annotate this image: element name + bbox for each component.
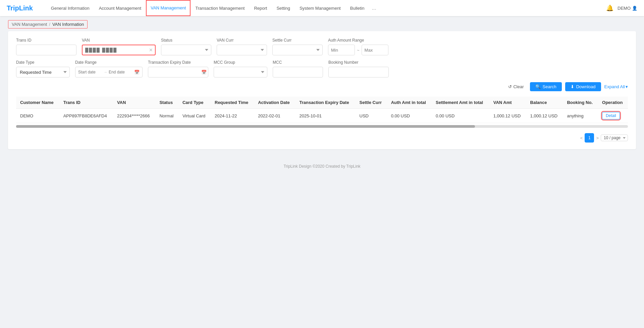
nav-van-management[interactable]: VAN Management (146, 0, 191, 16)
settle-curr-select[interactable] (272, 45, 323, 55)
cell-requested-time: 2024-11-22 (211, 109, 254, 123)
notification-bell-icon[interactable]: 🔔 (606, 4, 613, 12)
page-size-select[interactable]: 10 / page 20 / page 50 / page (601, 134, 628, 141)
nav-more[interactable]: ... (369, 5, 379, 11)
main-content: Trans ID VAN ✕ Status VAN Curr (0, 31, 644, 157)
nav-system-management[interactable]: System Management (295, 0, 345, 16)
trans-id-input[interactable] (16, 45, 76, 55)
txn-expiry-wrapper: 📅 (148, 67, 208, 77)
auth-max-input[interactable] (362, 45, 388, 55)
footer-text: TripLink Design ©2020 Created by TripLin… (283, 164, 360, 169)
txn-calendar-icon[interactable]: 📅 (201, 70, 207, 75)
status-select[interactable] (161, 45, 211, 55)
clear-icon: ↺ (508, 84, 512, 89)
cell-auth-amt: 0.00 USD (387, 109, 432, 123)
date-range-label: Date Range (75, 60, 143, 65)
pagination-next-button[interactable]: > (596, 135, 599, 141)
filter-group-mcc: MCC (273, 60, 323, 77)
filter-group-txn-expiry: Transaction Expiry Date 📅 (148, 60, 208, 77)
breadcrumb-inner: VAN Management / VAN Information (8, 20, 88, 29)
cell-trans-id: APP897FB8DE6AFD4 (59, 109, 113, 123)
table-wrapper: Customer Name Trans ID VAN Status Card T… (16, 97, 628, 123)
col-status: Status (155, 97, 178, 109)
cell-operation: Detail (598, 109, 628, 123)
table-header-row: Customer Name Trans ID VAN Status Card T… (16, 97, 628, 109)
col-customer-name: Customer Name (16, 97, 59, 109)
user-avatar-icon: 👤 (632, 6, 637, 11)
nav-account-management[interactable]: Account Management (94, 0, 146, 16)
filter-group-date-type: Date Type Requested Time (16, 60, 70, 77)
filter-row-1: Trans ID VAN ✕ Status VAN Curr (16, 38, 628, 55)
nav-setting[interactable]: Setting (272, 0, 294, 16)
van-label: VAN (82, 38, 156, 43)
date-range-wrapper: → 📅 (75, 67, 143, 77)
mcc-group-select[interactable] (214, 67, 267, 77)
col-auth-amt: Auth Amt in total (387, 97, 432, 109)
nav-transaction-management[interactable]: Transaction Management (191, 0, 249, 16)
cell-van: 222934*****2666 (113, 109, 155, 123)
filter-group-booking-number: Booking Number (328, 60, 389, 77)
col-activation-date: Activation Date (254, 97, 295, 109)
pagination-page-1[interactable]: 1 (585, 133, 594, 143)
nav-menu: General Information Account Management V… (46, 0, 606, 16)
chevron-down-icon: ▾ (626, 84, 628, 89)
cell-status: Normal (155, 109, 178, 123)
search-icon: 🔍 (535, 84, 541, 89)
pagination-prev-button[interactable]: < (580, 135, 583, 141)
breadcrumb-parent[interactable]: VAN Management (12, 22, 47, 27)
van-curr-select[interactable] (217, 45, 267, 55)
settle-curr-label: Settle Curr (272, 38, 323, 43)
mcc-group-label: MCC Group (214, 60, 267, 65)
van-input-wrapper: ✕ (82, 45, 156, 55)
breadcrumb-current: VAN Information (52, 22, 84, 27)
expand-all-button[interactable]: Expand All ▾ (604, 84, 628, 89)
date-type-label: Date Type (16, 60, 70, 65)
txn-expiry-input[interactable] (151, 70, 201, 74)
brand-logo[interactable]: TripLink (7, 4, 33, 12)
van-info-table: Customer Name Trans ID VAN Status Card T… (16, 97, 628, 123)
col-operation: Operation (598, 97, 628, 109)
filter-group-auth-range: Auth Amount Range ~ (328, 38, 395, 55)
date-end-input[interactable] (109, 70, 133, 74)
download-icon: ⬇ (571, 84, 574, 89)
col-card-type: Card Type (178, 97, 211, 109)
cell-settlement-amt: 0.00 USD (432, 109, 489, 123)
date-type-select[interactable]: Requested Time (16, 67, 70, 77)
cell-card-type: Virtual Card (178, 109, 211, 123)
col-settlement-amt: Settlement Amt in total (432, 97, 489, 109)
breadcrumb: VAN Management / VAN Information (0, 16, 644, 31)
scrollbar-thumb[interactable] (16, 125, 475, 128)
col-requested-time: Requested Time (211, 97, 254, 109)
txn-expiry-label: Transaction Expiry Date (148, 60, 208, 65)
nav-bulletin[interactable]: Bulletin (345, 0, 369, 16)
status-label: Status (161, 38, 211, 43)
breadcrumb-separator: / (49, 22, 50, 27)
van-clear-icon[interactable]: ✕ (147, 47, 155, 53)
filter-group-status: Status (161, 38, 211, 55)
download-button[interactable]: ⬇ Download (565, 82, 601, 91)
nav-report[interactable]: Report (249, 0, 272, 16)
auth-range-wrapper: ~ (328, 45, 395, 55)
col-settle-curr: Settle Curr (356, 97, 387, 109)
van-input[interactable] (83, 45, 147, 55)
trans-id-label: Trans ID (16, 38, 76, 43)
detail-button[interactable]: Detail (602, 112, 620, 119)
mcc-input[interactable] (273, 67, 323, 77)
mcc-label: MCC (273, 60, 323, 65)
search-button[interactable]: 🔍 Search (530, 82, 562, 91)
user-menu[interactable]: DEMO 👤 (618, 6, 637, 11)
footer: TripLink Design ©2020 Created by TripLin… (0, 157, 644, 175)
filter-card: Trans ID VAN ✕ Status VAN Curr (8, 31, 636, 149)
filter-row-2: Date Type Requested Time Date Range → 📅 … (16, 60, 628, 77)
horizontal-scrollbar[interactable] (16, 125, 628, 128)
nav-general-information[interactable]: General Information (46, 0, 94, 16)
navbar-right: 🔔 DEMO 👤 (606, 4, 637, 12)
col-txn-expiry-date: Transaction Expiry Date (296, 97, 356, 109)
auth-min-input[interactable] (328, 45, 355, 55)
booking-number-input[interactable] (328, 67, 389, 77)
col-balance: Balance (526, 97, 563, 109)
date-start-input[interactable] (78, 70, 102, 74)
clear-button[interactable]: ↺ Clear (505, 83, 526, 91)
date-calendar-icon[interactable]: 📅 (134, 70, 140, 75)
cell-customer-name: DEMO (16, 109, 59, 123)
